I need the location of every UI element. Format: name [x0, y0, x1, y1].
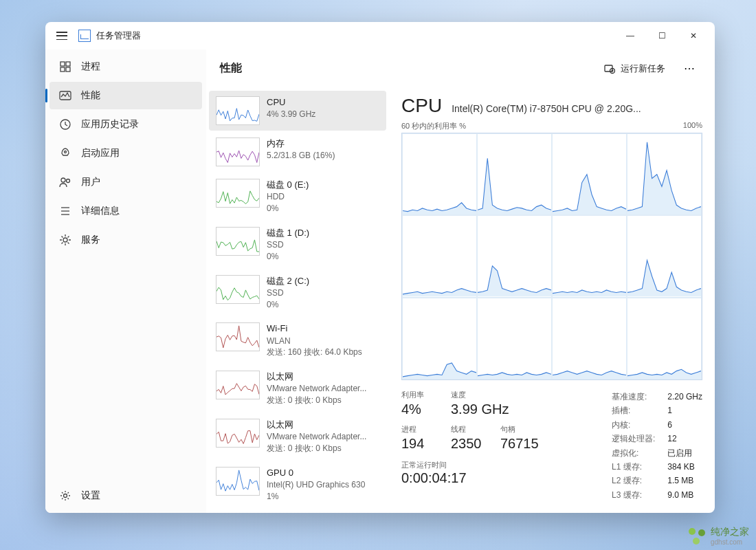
performance-list[interactable]: CPU4% 3.99 GHz内存5.2/31.8 GB (16%)磁盘 0 (E…	[206, 88, 389, 513]
detail-pane: CPU Intel(R) Core(TM) i7-8750H CPU @ 2.2…	[389, 88, 715, 513]
stat-block: 速度3.99 GHz	[451, 390, 509, 417]
svg-point-8	[67, 179, 70, 183]
perf-thumbnail	[216, 96, 260, 125]
perf-name: Wi-Fi	[267, 322, 362, 335]
perf-item-6[interactable]: 以太网VMware Network Adapter...发送: 0 接收: 0 …	[209, 365, 386, 412]
chart-cell-core8	[402, 298, 477, 380]
chart-cell-core6	[552, 215, 627, 297]
perf-item-8[interactable]: GPU 0Intel(R) UHD Graphics 6301%	[209, 461, 386, 508]
sidebar: 进程 性能 应用历史记录 启动应用 用户 详细信息	[45, 50, 206, 513]
perf-thumbnail	[216, 467, 260, 496]
perf-sub2: 0%	[267, 299, 309, 311]
svg-point-13	[64, 494, 67, 498]
sidebar-item-services[interactable]: 服务	[49, 226, 202, 254]
perf-thumbnail	[216, 179, 260, 208]
perf-item-7[interactable]: 以太网VMware Network Adapter...发送: 0 接收: 0 …	[209, 413, 386, 460]
spec-value: 2.20 GHz	[667, 390, 702, 404]
stat-label: 进程	[401, 424, 437, 434]
detail-title: CPU	[401, 95, 442, 117]
perf-name: 磁盘 2 (C:)	[267, 275, 309, 287]
sidebar-label: 应用历史记录	[81, 118, 139, 131]
sidebar-label: 进程	[81, 60, 100, 73]
sidebar-item-app-history[interactable]: 应用历史记录	[49, 111, 202, 138]
sidebar-label: 服务	[81, 234, 100, 246]
stat-value: 76715	[500, 436, 539, 452]
perf-item-2[interactable]: 磁盘 0 (E:)HDD0%	[209, 173, 386, 220]
perf-item-1[interactable]: 内存5.2/31.8 GB (16%)	[209, 132, 386, 172]
perf-sub1: VMware Network Adapter...	[267, 383, 366, 395]
perf-info: 内存5.2/31.8 GB (16%)	[267, 138, 335, 166]
history-icon	[59, 118, 71, 131]
stat-value: 4%	[401, 402, 437, 417]
run-task-label: 运行新任务	[621, 63, 665, 75]
stats-row: 利用率4%速度3.99 GHz 进程194线程2350句柄76715 正常运行时…	[401, 390, 702, 502]
cpu-specs: 基准速度:2.20 GHz插槽:1内核:6逻辑处理器:12虚拟化:已启用L1 缓…	[612, 390, 702, 502]
more-options-button[interactable]: ⋯	[679, 58, 701, 80]
sidebar-item-startup[interactable]: 启动应用	[49, 140, 202, 167]
pulse-icon	[59, 89, 71, 102]
perf-info: Wi-FiWLAN发送: 160 接收: 64.0 Kbps	[267, 322, 362, 358]
perf-sub2: 发送: 160 接收: 64.0 Kbps	[267, 346, 362, 358]
spec-value: 1	[667, 404, 702, 417]
perf-item-4[interactable]: 磁盘 2 (C:)SSD0%	[209, 270, 386, 316]
hamburger-menu-button[interactable]	[51, 25, 73, 47]
perf-sub1: WLAN	[267, 336, 362, 347]
perf-info: 磁盘 1 (D:)SSD0%	[267, 227, 309, 263]
uptime-block: 正常运行时间 0:00:04:17	[401, 460, 539, 486]
sidebar-item-details[interactable]: 详细信息	[49, 197, 202, 225]
stat-block: 进程194	[401, 424, 437, 452]
app-icon	[78, 30, 91, 42]
chart-right-label: 100%	[683, 121, 702, 131]
spec-value: 1.5 MB	[667, 474, 702, 487]
svg-rect-2	[60, 67, 65, 72]
cpu-chart-grid	[401, 133, 702, 380]
perf-sub2: 0%	[267, 251, 309, 263]
sidebar-item-settings[interactable]: 设置	[49, 482, 202, 509]
gear-icon	[59, 234, 71, 246]
sidebar-item-performance[interactable]: 性能	[49, 82, 202, 109]
spec-label: 内核:	[612, 418, 655, 432]
perf-info: 磁盘 0 (E:)HDD0%	[267, 179, 309, 214]
perf-info: GPU 0Intel(R) UHD Graphics 6301%	[267, 467, 365, 503]
spec-value: 384 KB	[667, 460, 702, 474]
perf-info: 以太网VMware Network Adapter...发送: 0 接收: 0 …	[267, 371, 366, 406]
perf-info: 以太网VMware Network Adapter...发送: 0 接收: 0 …	[267, 419, 366, 454]
stat-label: 句柄	[500, 424, 539, 434]
svg-rect-0	[60, 62, 65, 66]
spec-value: 已启用	[667, 446, 702, 460]
maximize-button[interactable]: ☐	[646, 25, 678, 47]
stat-block: 利用率4%	[401, 390, 437, 417]
content-body: CPU4% 3.99 GHz内存5.2/31.8 GB (16%)磁盘 0 (E…	[206, 88, 715, 513]
perf-sub1: Intel(R) UHD Graphics 630	[267, 479, 365, 491]
perf-thumbnail	[216, 371, 260, 399]
perf-item-5[interactable]: Wi-FiWLAN发送: 160 接收: 64.0 Kbps	[209, 317, 386, 364]
sidebar-item-users[interactable]: 用户	[49, 168, 202, 196]
perf-info: 磁盘 2 (C:)SSD0%	[267, 275, 309, 311]
watermark-brand: 纯净之家	[711, 526, 749, 538]
uptime-label: 正常运行时间	[401, 460, 539, 470]
close-button[interactable]: ✕	[678, 25, 709, 47]
list-icon	[59, 205, 71, 217]
stat-block: 线程2350	[451, 424, 487, 452]
stats-top: 利用率4%速度3.99 GHz	[401, 390, 539, 417]
perf-thumbnail	[216, 322, 260, 351]
perf-info: CPU4% 3.99 GHz	[267, 96, 315, 125]
perf-item-0[interactable]: CPU4% 3.99 GHz	[209, 91, 386, 131]
perf-thumbnail	[216, 227, 260, 256]
perf-item-3[interactable]: 磁盘 1 (D:)SSD0%	[209, 221, 386, 268]
settings-icon	[59, 490, 71, 502]
content-header: 性能 运行新任务 ⋯	[206, 50, 715, 88]
perf-sub2: 发送: 0 接收: 0 Kbps	[267, 443, 366, 454]
perf-thumbnail	[216, 419, 260, 448]
chart-cell-core4	[402, 215, 477, 297]
spec-value: 6	[667, 418, 702, 432]
minimize-button[interactable]: —	[614, 25, 646, 47]
sidebar-item-processes[interactable]: 进程	[49, 53, 202, 80]
run-new-task-button[interactable]: 运行新任务	[596, 58, 674, 79]
perf-name: 以太网	[267, 419, 366, 431]
perf-name: GPU 0	[267, 467, 365, 479]
hamburger-icon	[56, 32, 67, 40]
perf-item-9[interactable]: GPU 1	[209, 509, 386, 513]
perf-name: CPU	[267, 96, 315, 109]
app-title: 任务管理器	[96, 30, 141, 42]
